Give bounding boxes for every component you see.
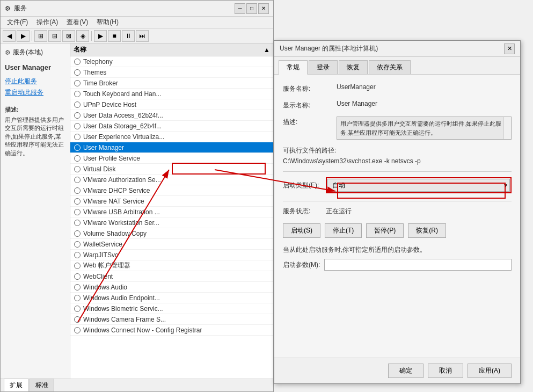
service-gear-icon xyxy=(74,208,81,216)
display-name-row: 显示名称: User Manager xyxy=(283,100,512,110)
list-item[interactable]: Windows Camera Frame S... xyxy=(70,314,273,325)
list-item-label: Windows Audio xyxy=(83,284,127,291)
resume-button[interactable]: 恢复(R) xyxy=(408,223,446,238)
desc-text: 用户管理器提供多用户交互所需要的运行时组件,如果停止此服务,某些应用程序可能无法… xyxy=(5,116,65,157)
stop-service-link[interactable]: 停止此服务 xyxy=(5,77,65,86)
params-input[interactable] xyxy=(324,259,512,271)
minimize-button[interactable]: ─ xyxy=(235,3,245,14)
toolbar-sep1 xyxy=(32,31,32,41)
service-gear-icon xyxy=(74,176,81,184)
service-gear-icon xyxy=(74,79,81,87)
description-scrollbar[interactable] xyxy=(503,117,511,139)
list-item[interactable]: User Data Storage_62b4f... xyxy=(70,121,273,132)
toolbar-btn2[interactable]: ⊟ xyxy=(48,30,61,42)
dialog-tab-recovery[interactable]: 恢复 xyxy=(339,60,368,74)
startup-type-row: 启动类型(E): 自动 手动 禁用 ▼ xyxy=(283,177,512,193)
list-item[interactable]: VMware DHCP Service xyxy=(70,185,273,196)
menu-action[interactable]: 操作(A) xyxy=(32,17,62,28)
menu-view[interactable]: 查看(V) xyxy=(62,17,92,28)
start-button[interactable]: 启动(S) xyxy=(283,223,320,238)
list-item[interactable]: User Experience Virtualiza... xyxy=(70,132,273,142)
list-item[interactable]: VMware Authorization Se... xyxy=(70,175,273,185)
toolbar: ◀ ▶ ⊞ ⊟ ⊠ ◈ ▶ ■ ⏸ ⏭ xyxy=(1,28,273,43)
service-gear-icon xyxy=(74,101,81,108)
left-panel-title: 服务(本地) xyxy=(13,48,43,57)
dialog-body: 服务名称: UserManager 显示名称: User Manager 描述:… xyxy=(274,75,520,358)
service-name-field-label: 服务名称: xyxy=(283,83,337,93)
list-item[interactable]: User Profile Service xyxy=(70,153,273,164)
toolbar-back[interactable]: ◀ xyxy=(3,30,16,42)
display-name-field-label: 显示名称: xyxy=(283,100,337,110)
list-item[interactable]: WalletService xyxy=(70,239,273,250)
maximize-button[interactable]: □ xyxy=(246,3,257,14)
cancel-button[interactable]: 取消 xyxy=(428,364,463,378)
list-item-label: Volume Shadow Copy xyxy=(83,230,147,237)
ok-button[interactable]: 确定 xyxy=(388,364,424,378)
dialog-tab-general[interactable]: 常规 xyxy=(279,60,308,75)
menu-help[interactable]: 帮助(H) xyxy=(92,17,123,28)
dialog-close-button[interactable]: ✕ xyxy=(504,43,515,54)
toolbar-stop[interactable]: ■ xyxy=(108,30,121,42)
list-item[interactable]: Web 帐户管理器 xyxy=(70,260,273,271)
restart-service-link[interactable]: 重启动此服务 xyxy=(5,88,65,97)
list-item[interactable]: VMware USB Arbitration ... xyxy=(70,207,273,217)
main-title-bar: ⚙ 服务 ─ □ ✕ xyxy=(1,1,273,17)
list-item[interactable]: User Manager xyxy=(70,142,273,153)
toolbar-btn3[interactable]: ⊠ xyxy=(62,30,75,42)
list-item[interactable]: User Data Access_62b24f... xyxy=(70,110,273,121)
menu-file[interactable]: 文件(F) xyxy=(3,17,32,28)
list-item[interactable]: Windows Audio Endpoint... xyxy=(70,293,273,303)
list-item[interactable]: Touch Keyboard and Han... xyxy=(70,89,273,99)
list-item[interactable]: VMware Workstation Ser... xyxy=(70,217,273,228)
toolbar-play[interactable]: ▶ xyxy=(94,30,107,42)
list-item[interactable]: Time Broker xyxy=(70,78,273,89)
toolbar-pause[interactable]: ⏸ xyxy=(122,30,135,42)
list-item[interactable]: Windows Biometric Servic... xyxy=(70,303,273,314)
pause-button[interactable]: 暂停(P) xyxy=(366,223,404,238)
toolbar-up[interactable]: ⊞ xyxy=(34,30,47,42)
service-gear-icon xyxy=(74,90,81,98)
list-item[interactable]: Windows Connect Now - Config Registrar xyxy=(70,325,273,336)
toolbar-restart[interactable]: ⏭ xyxy=(136,30,149,42)
startup-type-select[interactable]: 自动 手动 禁用 xyxy=(327,179,510,192)
tab-standard[interactable]: 标准 xyxy=(30,379,54,391)
close-button[interactable]: ✕ xyxy=(258,3,269,14)
list-item-label: User Manager xyxy=(83,144,124,151)
list-item[interactable]: Windows Audio xyxy=(70,282,273,293)
list-item-label: WarpJITSvc xyxy=(83,251,118,259)
list-item-label: Windows Audio Endpoint... xyxy=(83,294,160,302)
service-gear-icon xyxy=(74,273,81,280)
service-gear-icon xyxy=(74,326,81,334)
list-item[interactable]: Themes xyxy=(70,67,273,78)
service-gear-icon xyxy=(74,165,81,173)
list-item[interactable]: WebClient xyxy=(70,271,273,282)
divider2 xyxy=(283,201,512,201)
list-item[interactable]: WarpJITSvc xyxy=(70,250,273,260)
list-item-label: Virtual Disk xyxy=(83,165,115,173)
dialog-tab-dependencies[interactable]: 依存关系 xyxy=(369,60,411,74)
list-item[interactable]: VMware NAT Service xyxy=(70,196,273,207)
tab-expand[interactable]: 扩展 xyxy=(4,379,28,391)
list-item[interactable]: Telephony xyxy=(70,56,273,67)
service-gear-icon xyxy=(74,219,81,227)
list-item[interactable]: Volume Shadow Copy xyxy=(70,228,273,239)
stop-button[interactable]: 停止(T) xyxy=(325,223,362,238)
service-name-value: UserManager xyxy=(337,83,512,91)
toolbar-sep2 xyxy=(91,31,92,41)
list-item[interactable]: Virtual Disk xyxy=(70,164,273,175)
apply-button[interactable]: 应用(A) xyxy=(468,364,512,378)
service-gear-icon xyxy=(74,262,81,270)
toolbar-btn4[interactable]: ◈ xyxy=(76,30,89,42)
list-items-container: TelephonyThemesTime BrokerTouch Keyboard… xyxy=(70,56,273,336)
list-item-label: User Experience Virtualiza... xyxy=(83,133,164,141)
service-gear-icon xyxy=(74,251,81,259)
toolbar-forward[interactable]: ▶ xyxy=(17,30,30,42)
left-panel-header: ⚙ 服务(本地) xyxy=(5,48,65,57)
dialog-tab-login[interactable]: 登录 xyxy=(309,60,338,74)
list-item[interactable]: UPnP Device Host xyxy=(70,99,273,110)
params-label: 启动参数(M): xyxy=(283,260,320,270)
service-gear-icon xyxy=(74,58,81,66)
main-content: ⚙ 服务(本地) User Manager 停止此服务 重启动此服务 描述: 用… xyxy=(1,43,273,379)
service-name-row: 服务名称: UserManager xyxy=(283,83,512,93)
desc-label: 描述: xyxy=(5,106,65,114)
